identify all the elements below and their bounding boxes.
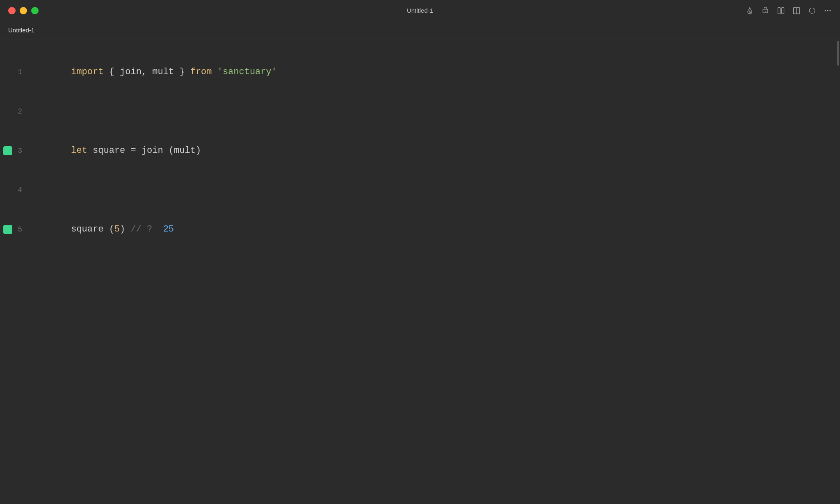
flame-icon[interactable] [746, 7, 754, 15]
token-from: from [190, 67, 212, 77]
code-line-3: 3 let square = join (mult) [0, 121, 840, 180]
code-content-3: let square = join (mult) [29, 121, 201, 180]
code-line-5: 5 square (5) // ? 25 [0, 200, 840, 259]
close-button[interactable] [8, 7, 16, 14]
svg-point-9 [830, 10, 831, 11]
token-paren-open: ( [169, 145, 174, 156]
window-title: Untitled-1 [407, 7, 433, 14]
minimize-button[interactable] [20, 7, 27, 14]
token-square-call: square [71, 224, 109, 234]
token-comma: , [142, 67, 152, 77]
gutter-1: 1 [0, 68, 29, 76]
line-number-2: 2 [12, 107, 22, 116]
token-join: join [120, 67, 142, 77]
maximize-button[interactable] [31, 7, 39, 14]
token-paren-close: ) [196, 145, 201, 156]
token-space [212, 67, 217, 77]
layout-icon[interactable] [792, 7, 801, 15]
code-line-1: 1 import { join, mult } from 'sanctuary' [0, 43, 840, 102]
broadcast-icon[interactable] [761, 7, 769, 15]
token-5: 5 [114, 224, 120, 234]
breakpoint-3 [3, 146, 12, 155]
svg-point-8 [827, 10, 828, 11]
token-join-call: join [136, 145, 169, 156]
traffic-lights [8, 7, 39, 14]
scrollbar[interactable] [836, 39, 840, 504]
toolbar-icons [746, 7, 832, 15]
circle-icon[interactable] [808, 7, 816, 15]
tab-bar: Untitled-1 [0, 21, 840, 39]
code-content-5: square (5) // ? 25 [29, 200, 174, 259]
code-line-2: 2 [0, 102, 840, 121]
title-bar: Untitled-1 [0, 0, 840, 21]
token-mult-arg: mult [174, 145, 196, 156]
token-equals: = [130, 145, 136, 156]
svg-rect-0 [763, 9, 768, 12]
line-number-3: 3 [12, 147, 22, 155]
svg-point-7 [825, 10, 826, 11]
line-number-4: 4 [12, 186, 22, 194]
code-line-4: 4 [0, 180, 840, 200]
svg-rect-2 [778, 7, 781, 14]
gutter-4: 4 [0, 186, 29, 194]
code-content-1: import { join, mult } from 'sanctuary' [29, 43, 277, 102]
token-mult: mult [152, 67, 174, 77]
token-import: import [71, 67, 103, 77]
editor-area: 1 import { join, mult } from 'sanctuary'… [0, 39, 840, 504]
line-number-1: 1 [12, 68, 22, 76]
token-paren-open-2: ( [109, 224, 114, 234]
token-square-var: square [87, 145, 131, 156]
token-brace-close: } [174, 67, 190, 77]
svg-rect-3 [782, 7, 784, 14]
scrollbar-thumb[interactable] [837, 41, 839, 66]
svg-point-6 [809, 8, 815, 14]
token-comment: // ? [125, 224, 152, 234]
token-brace-open: { [103, 67, 120, 77]
token-let: let [71, 145, 87, 156]
gutter-2: 2 [0, 107, 29, 116]
line-number-5: 5 [12, 225, 22, 234]
tab-label[interactable]: Untitled-1 [8, 27, 34, 34]
breakpoint-5 [3, 225, 12, 234]
token-result: 25 [152, 224, 174, 234]
columns-icon[interactable] [777, 7, 785, 15]
token-string: 'sanctuary' [217, 67, 277, 77]
more-icon[interactable] [824, 7, 832, 15]
token-paren-close-2: ) [120, 224, 125, 234]
